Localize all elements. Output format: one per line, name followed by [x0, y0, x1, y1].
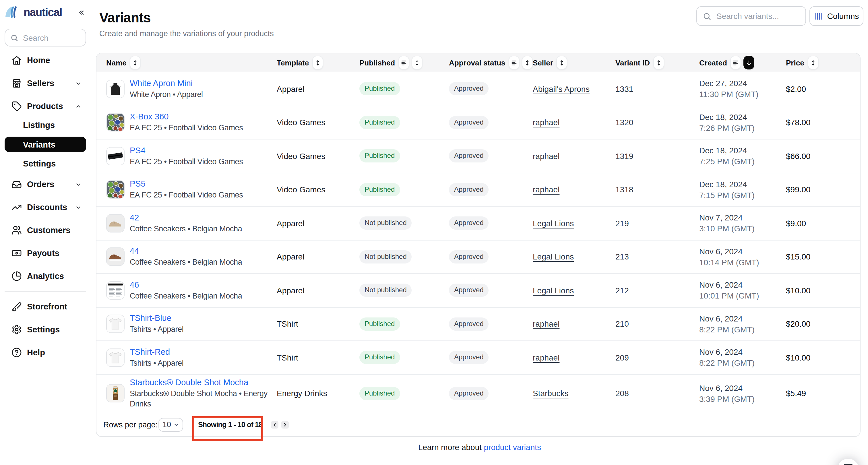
price-cell: $99.00	[786, 185, 860, 194]
template-cell: Apparel	[277, 252, 360, 261]
sidebar-item-label: Sellers	[27, 79, 54, 88]
sort-button-price[interactable]	[808, 56, 818, 69]
created-time: 8:22 PM (GMT)	[699, 358, 786, 368]
sidebar-item-products[interactable]: Products	[5, 97, 86, 115]
table-row: Starbucks® Double Shot MochaStarbucks® D…	[96, 375, 860, 412]
approval-badge: Approved	[449, 183, 489, 196]
seller-link[interactable]: raphael	[533, 353, 559, 362]
seller-link[interactable]: raphael	[533, 185, 559, 194]
variant-id-cell: 1319	[615, 152, 699, 161]
filter-button-created[interactable]	[731, 56, 741, 69]
price-cell: $5.49	[786, 389, 860, 398]
sort-button-name[interactable]	[130, 56, 141, 69]
product-subtitle: EA FC 25 • Football Video Games	[130, 157, 243, 167]
brush-icon	[11, 301, 22, 312]
created-time: 7:25 PM (GMT)	[699, 156, 786, 167]
sidebar-item-storefront[interactable]: Storefront	[5, 298, 86, 316]
product-name-link[interactable]: TShirt-Blue	[130, 313, 172, 323]
product-name-link[interactable]: 44	[130, 246, 139, 256]
banknote-icon	[11, 248, 22, 258]
approval-badge: Approved	[449, 250, 489, 264]
sort-button-published[interactable]	[412, 56, 423, 69]
rows-per-page-select[interactable]: 10	[158, 417, 183, 431]
product-name-link[interactable]: 42	[130, 212, 139, 223]
filter-button-published[interactable]	[398, 56, 409, 69]
sort-button-approval-status[interactable]	[522, 56, 533, 69]
column-label: Approval status	[449, 58, 505, 67]
product-name-link[interactable]: PS4	[130, 145, 146, 156]
created-cell: Nov 6, 20248:22 PM (GMT)	[699, 347, 786, 368]
seller-link[interactable]: Legal Lions	[533, 252, 574, 261]
created-cell: Nov 6, 20243:39 PM (GMT)	[699, 383, 786, 404]
product-name-link[interactable]: 46	[130, 280, 139, 290]
nautical-logo-icon	[5, 5, 22, 20]
column-header-variant-id: Variant ID	[615, 56, 699, 69]
sidebar-item-orders[interactable]: Orders	[5, 175, 86, 193]
sidebar-subitem-variants[interactable]: Variants	[5, 136, 86, 152]
seller-link[interactable]: Abigail's Aprons	[533, 84, 590, 94]
main-content: Variants Create and manage the variation…	[91, 0, 868, 465]
product-name-link[interactable]: TShirt-Red	[130, 347, 170, 357]
sidebar-item-home[interactable]: Home	[5, 51, 86, 69]
sidebar-collapse-icon[interactable]	[77, 9, 85, 17]
sidebar-item-customers[interactable]: Customers	[5, 221, 86, 239]
seller-link[interactable]: Starbucks	[533, 389, 569, 398]
product-subtitle: EA FC 25 • Football Video Games	[130, 190, 243, 200]
price-cell: $10.00	[786, 286, 860, 295]
filter-button-approval-status[interactable]	[509, 56, 520, 69]
price-cell: $9.00	[786, 219, 860, 228]
sort-button-seller[interactable]	[557, 56, 567, 69]
table-row: 46Coffee Sneakers • Belgian MochaApparel…	[96, 274, 860, 307]
created-date: Dec 18, 2024	[699, 146, 786, 156]
product-subtitle: EA FC 25 • Football Video Games	[130, 123, 243, 133]
columns-button[interactable]: Columns	[809, 6, 863, 26]
chevron-right-icon	[282, 422, 288, 427]
sidebar-item-help[interactable]: Help	[5, 343, 86, 362]
column-header-name: Name	[106, 56, 277, 69]
template-cell: Video Games	[277, 118, 360, 127]
product-variants-link[interactable]: product variants	[484, 443, 541, 452]
sidebar: nautical Search HomeSellersProductsListi…	[0, 0, 91, 465]
previous-page-button[interactable]	[271, 421, 278, 428]
sort-active-button-created[interactable]	[744, 56, 755, 69]
template-cell: TShirt	[277, 319, 360, 329]
product-name-link[interactable]: X-Box 360	[130, 112, 168, 122]
sidebar-item-analytics[interactable]: Analytics	[5, 267, 86, 285]
product-name-link[interactable]: White Apron Mini	[130, 78, 193, 88]
chevron-down-icon	[174, 422, 179, 427]
seller-link[interactable]: raphael	[533, 319, 559, 329]
sidebar-item-payouts[interactable]: Payouts	[5, 244, 86, 262]
seller-link[interactable]: Legal Lions	[533, 286, 574, 295]
price-cell: $15.00	[786, 252, 860, 261]
sidebar-item-sellers[interactable]: Sellers	[5, 74, 86, 92]
created-time: 3:39 PM (GMT)	[699, 394, 786, 404]
search-variants-input[interactable]: Search variants...	[696, 6, 806, 26]
variant-id-cell: 213	[615, 252, 699, 261]
sidebar-item-label: Discounts	[27, 203, 67, 212]
home-icon	[11, 55, 22, 65]
sidebar-divider	[5, 291, 86, 291]
variants-table: NameTemplatePublishedApproval statusSell…	[96, 53, 861, 437]
table-row: X-Box 360EA FC 25 • Football Video Games…	[96, 106, 860, 140]
product-name-link[interactable]: Starbucks® Double Shot Mocha	[130, 377, 248, 388]
published-badge: Not published	[360, 250, 412, 264]
sidebar-subitem-listings[interactable]: Listings	[5, 117, 86, 133]
page-subtitle: Create and manage the variations of your…	[99, 29, 274, 38]
sidebar-item-discounts[interactable]: Discounts	[5, 198, 86, 216]
sort-button-variant-id[interactable]	[653, 56, 664, 69]
chevron-up-icon	[75, 103, 82, 110]
seller-link[interactable]: Legal Lions	[533, 219, 574, 228]
sidebar-subitem-settings[interactable]: Settings	[5, 156, 86, 172]
next-page-button[interactable]	[281, 421, 289, 428]
sidebar-item-settings[interactable]: Settings	[5, 320, 86, 339]
product-name-link[interactable]: PS5	[130, 179, 146, 189]
published-badge: Published	[360, 82, 400, 96]
sort-button-template[interactable]	[312, 56, 323, 69]
trend-icon	[11, 202, 22, 212]
sidebar-search-input[interactable]: Search	[5, 29, 86, 46]
seller-link[interactable]: raphael	[533, 152, 559, 161]
created-time: 11:30 PM (GMT)	[699, 89, 786, 100]
seller-link[interactable]: raphael	[533, 118, 559, 127]
created-cell: Nov 6, 20248:22 PM (GMT)	[699, 313, 786, 335]
product-thumbnail	[106, 248, 125, 266]
